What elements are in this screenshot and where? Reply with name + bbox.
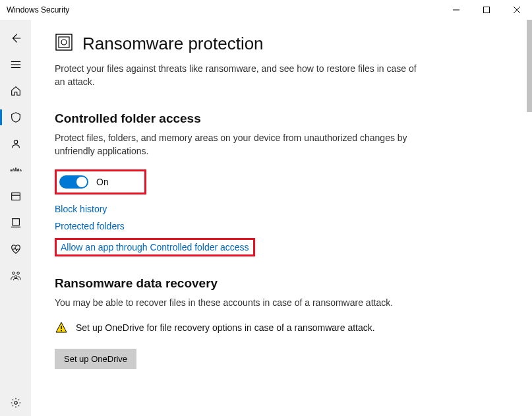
setup-onedrive-button[interactable]: Set up OneDrive	[55, 349, 136, 369]
sidebar-item-account[interactable]	[0, 131, 31, 157]
svg-point-18	[61, 40, 67, 45]
toggle-label: On	[96, 177, 109, 187]
controlled-folder-title: Controlled folder access	[55, 111, 506, 126]
svg-point-14	[15, 276, 17, 278]
sidebar-item-settings[interactable]	[0, 390, 31, 416]
ransomware-icon	[55, 33, 73, 54]
svg-rect-10	[12, 219, 19, 225]
warning-icon	[55, 321, 68, 337]
titlebar: Windows Security	[0, 0, 532, 20]
content-area: Ransomware protection Protect your files…	[31, 20, 532, 416]
svg-point-20	[61, 330, 62, 332]
sidebar-item-device-security[interactable]	[0, 210, 31, 236]
svg-point-15	[14, 401, 17, 405]
controlled-folder-toggle[interactable]	[59, 175, 88, 189]
maximize-button[interactable]	[471, 0, 502, 20]
link-block-history[interactable]: Block history	[55, 204, 107, 214]
controlled-folder-description: Protect files, folders, and memory areas…	[55, 131, 424, 158]
warning-text: Set up OneDrive for file recovery option…	[76, 321, 375, 337]
window-title: Windows Security	[7, 5, 441, 15]
sidebar	[0, 20, 31, 416]
sidebar-item-firewall[interactable]	[0, 157, 31, 183]
page-description: Protect your files against threats like …	[55, 62, 424, 89]
toggle-highlight: On	[55, 169, 146, 194]
svg-rect-17	[59, 37, 69, 47]
toggle-knob	[76, 177, 87, 187]
link-protected-folders[interactable]: Protected folders	[55, 221, 125, 231]
back-button[interactable]	[0, 25, 31, 51]
minimize-button[interactable]	[441, 0, 471, 20]
sidebar-item-family[interactable]	[0, 262, 31, 289]
close-button[interactable]	[502, 0, 532, 20]
sidebar-item-app-control[interactable]	[0, 183, 31, 210]
sidebar-item-virus-protection[interactable]	[0, 104, 31, 131]
recovery-description: You may be able to recover files in thes…	[55, 296, 424, 309]
link-allow-app[interactable]: Allow an app through Controlled folder a…	[55, 238, 255, 256]
sidebar-item-device-performance[interactable]	[0, 236, 31, 262]
sidebar-item-home[interactable]	[0, 78, 31, 104]
svg-rect-1	[484, 7, 490, 13]
svg-point-13	[16, 272, 19, 275]
svg-rect-8	[11, 193, 20, 200]
svg-point-7	[14, 140, 17, 144]
svg-point-12	[12, 272, 15, 275]
page-title: Ransomware protection	[82, 34, 264, 54]
menu-icon[interactable]	[0, 51, 31, 78]
recovery-title: Ransomware data recovery	[55, 276, 506, 291]
scrollbar[interactable]	[527, 20, 532, 112]
window-controls	[441, 0, 532, 20]
